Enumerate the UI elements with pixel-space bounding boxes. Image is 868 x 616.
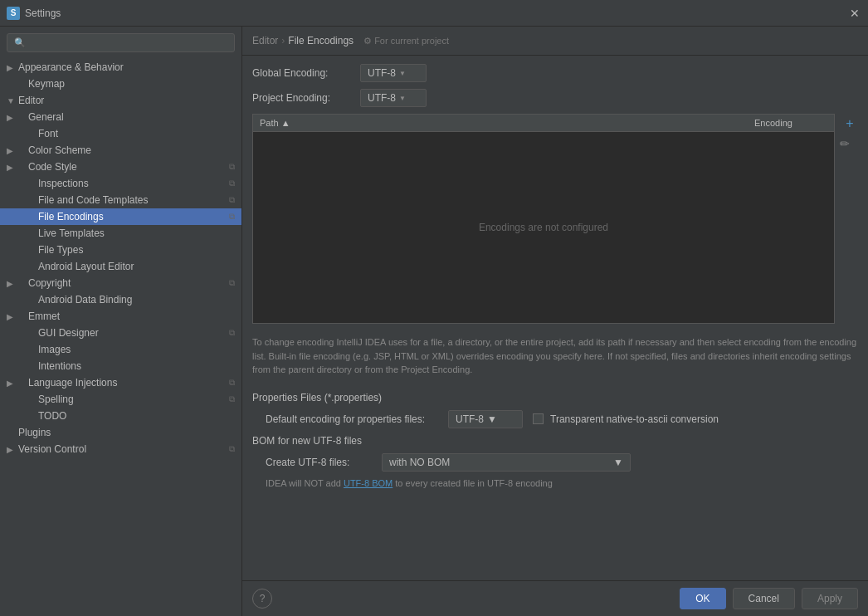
- project-encoding-label: Project Encoding:: [252, 92, 360, 104]
- window-title: Settings: [25, 7, 848, 19]
- edit-encoding-button[interactable]: ✏: [838, 135, 858, 152]
- for-project-badge: ⚙ For current project: [363, 36, 449, 46]
- sidebar-item-spelling[interactable]: Spelling ⧉: [0, 391, 241, 408]
- add-encoding-button[interactable]: +: [841, 115, 858, 132]
- bom-link[interactable]: UTF-8 BOM: [344, 478, 393, 488]
- global-encoding-label: Global Encoding:: [252, 67, 360, 79]
- bom-section-title: BOM for new UTF-8 files: [252, 435, 858, 447]
- default-encoding-select[interactable]: UTF-8 ▼: [448, 410, 523, 428]
- sidebar-item-font[interactable]: Font: [0, 125, 241, 142]
- table-header-row: Path ▲ Encoding: [253, 115, 834, 132]
- sort-indicator: ▲: [281, 118, 290, 128]
- sidebar: 🔍 ▶ Appearance & Behavior Keymap ▼ Edito…: [0, 27, 242, 616]
- sidebar-item-intentions[interactable]: Intentions: [0, 358, 241, 374]
- sidebar-item-color-scheme[interactable]: ▶ Color Scheme: [0, 142, 241, 159]
- default-encoding-value: UTF-8: [456, 413, 484, 425]
- path-column-header: Path ▲: [253, 115, 748, 131]
- project-encoding-value: UTF-8: [368, 92, 396, 104]
- main-content-area: Global Encoding: UTF-8 ▼ Project Encodin…: [242, 56, 868, 580]
- create-utf8-row: Create UTF-8 files: with NO BOM ▼: [266, 453, 858, 472]
- sidebar-item-label: File Types: [38, 244, 83, 256]
- app-icon: S: [7, 7, 20, 20]
- sidebar-item-android-data-binding[interactable]: Android Data Binding: [0, 291, 241, 308]
- sidebar-item-live-templates[interactable]: Live Templates: [0, 225, 241, 242]
- properties-section-title: Properties Files (*.properties): [252, 392, 858, 403]
- sidebar-item-label: Version Control: [18, 443, 86, 455]
- sidebar-item-file-types[interactable]: File Types: [0, 242, 241, 258]
- sidebar-item-plugins[interactable]: Plugins: [0, 424, 241, 441]
- search-icon: 🔍: [14, 37, 26, 48]
- sidebar-item-label: Keymap: [28, 78, 65, 90]
- expand-arrow: ▶: [7, 379, 17, 388]
- dropdown-arrow-icon: ▼: [487, 413, 497, 425]
- sidebar-item-label: Language Injections: [28, 377, 117, 389]
- sidebar-item-label: Emmet: [28, 310, 60, 322]
- sidebar-item-version-control[interactable]: ▶ Version Control ⧉: [0, 441, 241, 457]
- sidebar-item-todo[interactable]: TODO: [0, 408, 241, 424]
- bom-note: IDEA will NOT add UTF-8 BOM to every cre…: [266, 478, 858, 488]
- sidebar-item-emmet[interactable]: ▶ Emmet: [0, 308, 241, 325]
- dropdown-arrow-icon: ▼: [613, 457, 623, 468]
- expand-arrow: ▶: [7, 279, 17, 288]
- expand-arrow: ▼: [7, 96, 17, 105]
- sidebar-item-inspections[interactable]: Inspections ⧉: [0, 175, 241, 192]
- create-utf8-label: Create UTF-8 files:: [266, 457, 382, 468]
- bom-note-suffix: to every created file in UTF-8 encoding: [393, 478, 553, 488]
- info-text: To change encoding IntelliJ IDEA uses fo…: [252, 330, 858, 382]
- copy-icon: ⧉: [229, 178, 235, 188]
- bottom-bar: ? OK Cancel Apply: [242, 580, 868, 616]
- sidebar-item-code-style[interactable]: ▶ Code Style ⧉: [0, 159, 241, 175]
- breadcrumb-editor: Editor: [252, 35, 278, 46]
- copy-icon: ⧉: [229, 378, 235, 388]
- sidebar-item-android-layout-editor[interactable]: Android Layout Editor: [0, 258, 241, 275]
- expand-arrow: ▶: [7, 63, 17, 72]
- sidebar-item-editor[interactable]: ▼ Editor: [0, 92, 241, 109]
- copy-icon: ⧉: [229, 394, 235, 404]
- sidebar-item-file-encodings[interactable]: File Encodings ⧉: [0, 208, 241, 225]
- main-panel: Editor › File Encodings ⚙ For current pr…: [242, 27, 868, 616]
- breadcrumb-file-encodings: File Encodings: [288, 35, 354, 46]
- sidebar-item-gui-designer[interactable]: GUI Designer ⧉: [0, 325, 241, 341]
- sidebar-item-label: Copyright: [28, 277, 71, 289]
- apply-button[interactable]: Apply: [802, 588, 858, 609]
- sidebar-item-appearance[interactable]: ▶ Appearance & Behavior: [0, 59, 241, 76]
- default-encoding-row: Default encoding for properties files: U…: [266, 410, 858, 428]
- cancel-button[interactable]: Cancel: [733, 588, 795, 609]
- copy-icon: ⧉: [229, 195, 235, 205]
- sidebar-item-keymap[interactable]: Keymap: [0, 76, 241, 92]
- bom-section: BOM for new UTF-8 files Create UTF-8 fil…: [252, 435, 858, 488]
- copy-icon: ⧉: [229, 278, 235, 288]
- transparent-checkbox-row: Transparent native-to-ascii conversion: [533, 413, 719, 425]
- content-area: 🔍 ▶ Appearance & Behavior Keymap ▼ Edito…: [0, 27, 868, 616]
- close-button[interactable]: ✕: [848, 7, 861, 20]
- sidebar-item-images[interactable]: Images: [0, 341, 241, 358]
- sidebar-item-label: Intentions: [38, 360, 81, 372]
- sidebar-item-general[interactable]: ▶ General: [0, 109, 241, 125]
- sidebar-item-label: Appearance & Behavior: [18, 61, 124, 73]
- default-encoding-label: Default encoding for properties files:: [266, 413, 448, 425]
- create-utf8-select[interactable]: with NO BOM ▼: [382, 453, 631, 472]
- search-box[interactable]: 🔍: [7, 33, 235, 52]
- sidebar-item-label: Font: [38, 128, 58, 139]
- copy-icon: ⧉: [229, 328, 235, 338]
- copy-icon: ⧉: [229, 444, 235, 454]
- sidebar-item-language-injections[interactable]: ▶ Language Injections ⧉: [0, 374, 241, 391]
- sidebar-item-label: Images: [38, 344, 71, 355]
- global-encoding-select[interactable]: UTF-8 ▼: [360, 64, 427, 82]
- action-buttons: OK Cancel Apply: [680, 588, 858, 609]
- sidebar-item-label: Inspections: [38, 178, 89, 189]
- sidebar-item-label: Android Layout Editor: [38, 261, 134, 272]
- sidebar-item-label: TODO: [38, 410, 66, 422]
- global-encoding-value: UTF-8: [368, 67, 396, 79]
- sidebar-item-copyright[interactable]: ▶ Copyright ⧉: [0, 275, 241, 291]
- project-encoding-select[interactable]: UTF-8 ▼: [360, 89, 427, 107]
- help-button[interactable]: ?: [252, 589, 272, 609]
- global-encoding-row: Global Encoding: UTF-8 ▼: [252, 64, 858, 82]
- sidebar-item-file-code-templates[interactable]: File and Code Templates ⧉: [0, 192, 241, 208]
- expand-arrow: ▶: [7, 113, 17, 122]
- copy-icon: ⧉: [229, 212, 235, 222]
- sidebar-item-label: Live Templates: [38, 227, 105, 239]
- expand-arrow: ▶: [7, 445, 17, 454]
- ok-button[interactable]: OK: [680, 588, 725, 609]
- transparent-checkbox[interactable]: [533, 413, 544, 424]
